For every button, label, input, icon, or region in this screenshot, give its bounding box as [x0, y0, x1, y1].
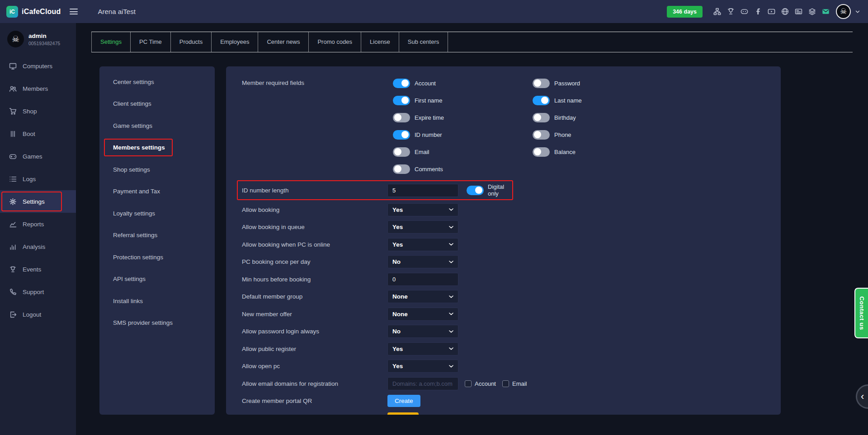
- boot-icon: [9, 130, 17, 138]
- settings-nav-panel: Center settingsClient settingsGame setti…: [99, 66, 215, 415]
- toggle-first-name[interactable]: [393, 96, 410, 105]
- tab-promo-codes[interactable]: Promo codes: [309, 32, 361, 52]
- toggle-last-name[interactable]: [533, 96, 550, 105]
- discord-icon[interactable]: [741, 8, 748, 15]
- settings-nav-loyalty-settings[interactable]: Loyalty settings: [99, 202, 215, 225]
- default-member-group-select[interactable]: None: [387, 290, 458, 303]
- settings-icon: [9, 198, 17, 206]
- events-icon: [9, 266, 17, 273]
- settings-nav-sms-provider-settings[interactable]: SMS provider settings: [99, 312, 215, 334]
- sidebar-item-support[interactable]: Support: [0, 281, 76, 303]
- sidebar-item-events[interactable]: Events: [0, 258, 76, 281]
- checkbox-account[interactable]: [465, 380, 472, 387]
- tab-pc-time[interactable]: PC Time: [131, 32, 171, 52]
- tab-license[interactable]: License: [361, 32, 399, 52]
- toggle-phone[interactable]: [533, 130, 550, 140]
- sidebar-item-analysis[interactable]: Analysis: [0, 235, 76, 258]
- settings-nav-center-settings[interactable]: Center settings: [99, 71, 215, 93]
- settings-nav-label: Members settings: [104, 139, 173, 156]
- sidebar-item-logout[interactable]: Logout: [0, 303, 76, 326]
- tab-sub-centers[interactable]: Sub centers: [399, 32, 448, 52]
- user-avatar[interactable]: ☠: [836, 4, 851, 19]
- form-row-default-member-group: Default member groupNone: [242, 288, 765, 306]
- sitemap-icon[interactable]: [713, 8, 721, 15]
- allow-booking-when-pc-is-online-select[interactable]: Yes: [387, 238, 458, 251]
- settings-nav-label: Loyalty settings: [113, 210, 155, 217]
- allow-booking-in-queue-select[interactable]: Yes: [387, 220, 458, 234]
- settings-nav-shop-settings[interactable]: Shop settings: [99, 159, 215, 181]
- settings-nav-game-settings[interactable]: Game settings: [99, 115, 215, 137]
- hamburger-menu-icon[interactable]: [70, 9, 78, 14]
- sidebar-item-logs[interactable]: Logs: [0, 168, 76, 190]
- settings-nav-members-settings[interactable]: Members settings: [99, 137, 215, 159]
- tab-employees[interactable]: Employees: [212, 32, 258, 52]
- computers-icon: [9, 62, 17, 70]
- sidebar-item-computers[interactable]: Computers: [0, 55, 76, 77]
- allow-email-domains-for-registration-input[interactable]: [387, 377, 458, 390]
- sidebar-item-label: Computers: [23, 63, 52, 70]
- new-member-offer-select[interactable]: None: [387, 308, 458, 321]
- form-row-label: Min hours before booking: [242, 276, 387, 283]
- sidebar-item-members[interactable]: Members: [0, 77, 76, 100]
- toggle-balance[interactable]: [533, 147, 550, 157]
- sidebar-item-label: Boot: [23, 131, 35, 137]
- create-button[interactable]: Create: [387, 395, 420, 407]
- youtube-icon[interactable]: [768, 8, 775, 15]
- form-row-label: PC booking once per day: [242, 258, 387, 265]
- tab-products[interactable]: Products: [171, 32, 212, 52]
- toggle-account[interactable]: [393, 79, 410, 88]
- toggle-label: Account: [415, 80, 436, 87]
- logs-icon: [9, 175, 17, 183]
- app-logo-icon: iC: [6, 6, 18, 18]
- settings-nav-label: Client settings: [113, 100, 151, 107]
- settings-nav-api-settings[interactable]: API settings: [99, 268, 215, 290]
- toggle-email[interactable]: [393, 147, 410, 157]
- toggle-expire-time[interactable]: [393, 113, 410, 122]
- toggle-cell: Last name: [527, 92, 667, 109]
- min-hours-before-booking-input[interactable]: [387, 273, 458, 286]
- tab-center-news[interactable]: Center news: [258, 32, 309, 52]
- settings-nav-client-settings[interactable]: Client settings: [99, 93, 215, 115]
- app-logo[interactable]: iC iCafeCloud: [0, 6, 61, 18]
- allow-password-login-always-select[interactable]: No: [387, 325, 458, 338]
- allow-booking-select[interactable]: Yes: [387, 203, 458, 216]
- toggle-birthday[interactable]: [533, 113, 550, 122]
- allow-open-pc-select[interactable]: Yes: [387, 360, 458, 373]
- trophy-icon[interactable]: [727, 8, 735, 15]
- settings-nav-protection-settings[interactable]: Protection settings: [99, 246, 215, 268]
- facebook-icon[interactable]: [754, 8, 762, 15]
- tab-settings[interactable]: Settings: [91, 32, 131, 52]
- allow-public-register-select[interactable]: Yes: [387, 342, 458, 355]
- form-row-pc-booking-once-per-day: PC booking once per dayNo: [242, 253, 765, 271]
- toggle-password[interactable]: [533, 79, 550, 88]
- sidebar-item-games[interactable]: Games: [0, 145, 76, 168]
- toggle-id-number[interactable]: [393, 130, 410, 140]
- chevron-left-icon: ‹: [861, 391, 864, 402]
- settings-nav-referral-settings[interactable]: Referral settings: [99, 225, 215, 247]
- form-row-label: Allow email domains for registration: [242, 380, 387, 387]
- sidebar-item-reports[interactable]: Reports: [0, 213, 76, 235]
- toggle-label: Phone: [554, 131, 571, 138]
- settings-nav-install-links[interactable]: Install links: [99, 290, 215, 312]
- sidebar-item-settings[interactable]: Settings: [0, 190, 76, 213]
- form-row-allow-email-domains-for-registration: Allow email domains for registrationAcco…: [242, 375, 765, 393]
- toggle-digital-only[interactable]: [467, 186, 484, 195]
- contact-us-tab[interactable]: Contact us: [854, 288, 868, 338]
- checkbox-email[interactable]: [502, 380, 509, 387]
- pc-booking-once-per-day-select[interactable]: No: [387, 255, 458, 268]
- days-remaining-badge[interactable]: 346 days: [667, 6, 703, 18]
- admin-avatar[interactable]: ☠: [7, 31, 24, 47]
- layers-icon[interactable]: [808, 8, 816, 15]
- sidebar-item-shop[interactable]: Shop: [0, 100, 76, 122]
- sidebar-item-boot[interactable]: Boot: [0, 122, 76, 145]
- globe-icon[interactable]: [781, 8, 789, 15]
- toggle-cell: Comments: [387, 160, 527, 178]
- settings-nav-payment-and-tax[interactable]: Payment and Tax: [99, 181, 215, 203]
- mail-icon[interactable]: [822, 8, 830, 15]
- sidebar-item-label: Events: [23, 266, 41, 273]
- toggle-comments[interactable]: [393, 164, 410, 174]
- license-card-icon[interactable]: [795, 8, 802, 15]
- id-number-length-input[interactable]: [387, 184, 458, 197]
- chevron-down-icon[interactable]: [854, 9, 861, 15]
- reset-button[interactable]: Reset: [387, 412, 419, 415]
